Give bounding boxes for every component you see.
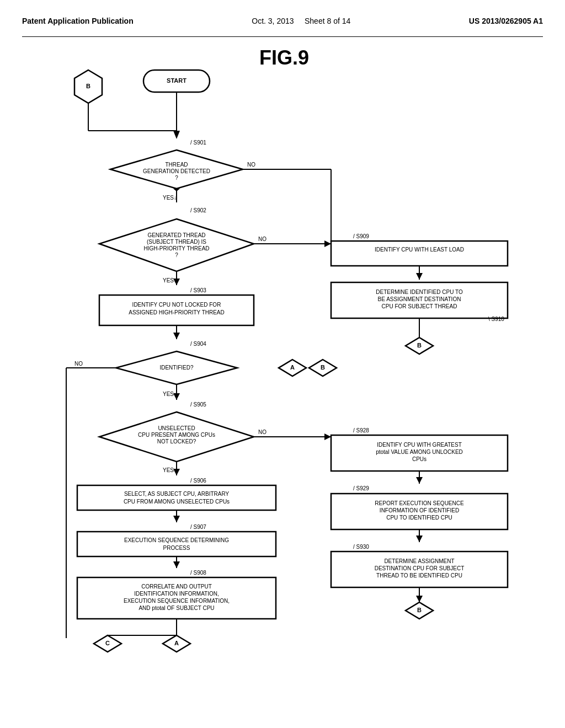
s908-text4: AND ptotal OF SUBJECT CPU [138, 605, 214, 611]
b-label-bottom-right: B [417, 607, 422, 613]
b-label-mid: B [321, 364, 325, 371]
s930-text1: DETERMINE ASSIGNMENT [384, 558, 454, 564]
s901-step: / S901 [190, 140, 206, 146]
s930-step: / S930 [353, 544, 369, 550]
fig-title: FIG.9 [259, 46, 309, 69]
s910-step: \ S910 [488, 316, 504, 322]
s930-text3: THREAD TO BE IDENTIFIED CPU [376, 572, 462, 579]
s929-text3: CPU TO IDENTIFIED CPU [386, 515, 452, 521]
s906-rect [77, 485, 276, 510]
a-label-mid: A [290, 364, 295, 371]
header-center: Oct. 3, 2013 Sheet 8 of 14 [252, 17, 350, 25]
s902-text1: GENERATED THREAD [147, 232, 205, 238]
s908-step: / S908 [190, 570, 206, 576]
s908-text1: CORRELATE AND OUTPUT [141, 584, 212, 590]
s909-step: / S909 [353, 233, 369, 239]
s910-text1: DETERMINE IDENTIFIED CPU TO [376, 289, 463, 295]
b-label-right: B [417, 342, 422, 349]
header-left: Patent Application Publication [22, 17, 134, 25]
arrow-head-s909 [416, 273, 423, 280]
arrow-head-s905-no [324, 433, 331, 440]
s905-text2: CPU PRESENT AMONG CPUs [138, 432, 215, 438]
s903-step: / S903 [190, 287, 206, 293]
s928-text2: ptotal VALUE AMONG UNLOCKED [376, 449, 463, 455]
s928-step: / S928 [353, 427, 369, 433]
s902-text2: (SUBJECT THREAD) IS [147, 239, 206, 245]
flowchart-svg: FIG.9 B START / S901 THREAD GENERATION D… [22, 42, 543, 693]
s909-rect [331, 241, 508, 266]
arrow-head-s906 [173, 516, 180, 522]
s903-text2: ASSIGNED HIGH-PRIORITY THREAD [129, 309, 225, 315]
s902-text3: HIGH-PRIORITY THREAD [143, 245, 209, 251]
s902-yes-label: YES↓ [163, 277, 177, 283]
s907-text2: PROCESS [163, 545, 190, 551]
header-date: Oct. 3, 2013 [252, 17, 294, 25]
s902-text4: ? [175, 252, 178, 258]
page: Patent Application Publication Oct. 3, 2… [0, 0, 565, 728]
header-right: US 2013/0262905 A1 [469, 17, 543, 25]
b-label-top: B [86, 83, 90, 89]
s904-step: / S904 [190, 341, 206, 347]
diagram-area: FIG.9 B START / S901 THREAD GENERATION D… [22, 42, 543, 693]
s929-text1: REPORT EXECUTION SEQUENCE [375, 500, 464, 506]
s904-text: IDENTIFIED? [159, 365, 194, 371]
s908-text3: EXECUTION SEQUENCE INFORMATION, [124, 598, 230, 604]
s907-text1: EXECUTION SEQUENCE DETERMINING [124, 537, 229, 543]
s905-text3: NOT LOCKED? [157, 438, 196, 445]
arrow-head-s929 [416, 536, 423, 542]
s905-step: / S905 [190, 402, 206, 408]
c-label-bottom: C [105, 640, 110, 646]
s905-no-label: NO [258, 429, 266, 435]
s906-text1: SELECT, AS SUBJECT CPU, ARBITRARY [124, 491, 230, 497]
s903-text1: IDENTIFY CPU NOT LOCKED FOR [132, 302, 221, 308]
s902-no-label: NO [258, 236, 266, 242]
s906-step: / S906 [190, 478, 206, 484]
arrow-head-s902-no [324, 240, 331, 247]
s928-text1: IDENTIFY CPU WITH GREATEST [377, 442, 462, 448]
arrow-head-1 [173, 131, 180, 139]
s910-text3: CPU FOR SUBJECT THREAD [382, 303, 457, 309]
s930-text2: DESTINATION CPU FOR SUBJECT [375, 565, 465, 571]
s907-step: / S907 [190, 524, 206, 530]
s908-text2: IDENTIFICATION INFORMATION, [134, 591, 219, 597]
header: Patent Application Publication Oct. 3, 2… [22, 11, 543, 37]
s901-text3: ? [175, 175, 178, 181]
s906-text2: CPU FROM AMONG UNSELECTED CPUs [124, 499, 230, 505]
s901-text1: THREAD [165, 162, 188, 168]
arrow-head-s930 [416, 596, 423, 602]
s901-text2: GENERATION DETECTED [143, 168, 210, 174]
s928-text3: CPUs [412, 456, 427, 462]
s904-yes-label: YES↓ [163, 391, 177, 397]
s901-no-label: NO [247, 162, 255, 168]
s929-text2: INFORMATION OF IDENTIFIED [380, 507, 459, 513]
s905-text1: UNSELECTED [158, 425, 195, 431]
s904-no-label: NO [74, 361, 83, 367]
arrow-head-s907 [173, 561, 180, 568]
s905-yes-label: YES↓ [163, 467, 177, 473]
arrow-head-s903 [173, 333, 180, 339]
s907-rect [77, 532, 276, 556]
s902-step: / S902 [190, 207, 206, 213]
a-label-bottom: A [174, 640, 179, 646]
start-label: START [167, 77, 186, 84]
arrow-head-s928 [416, 477, 423, 484]
s929-step: / S929 [353, 485, 369, 491]
s909-text1: IDENTIFY CPU WITH LEAST LOAD [375, 247, 464, 253]
s910-text2: BE ASSIGNMENT DESTINATION [378, 296, 461, 302]
header-sheet: Sheet 8 of 14 [305, 17, 350, 25]
s901-yes-label: YES↓ [163, 195, 177, 201]
